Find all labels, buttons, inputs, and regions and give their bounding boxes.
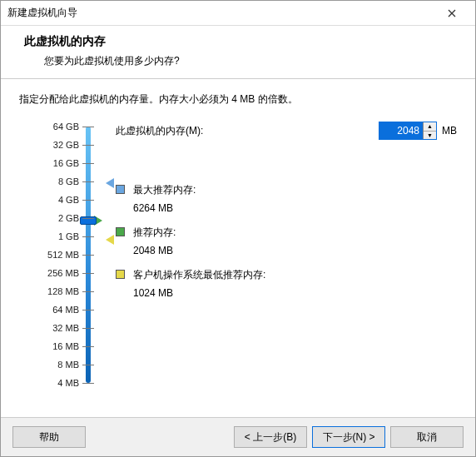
tick-label: 128 MB [47, 286, 79, 296]
tick-label: 64 GB [53, 122, 79, 132]
tick-mark [82, 273, 94, 274]
hint-rec-value: 2048 MB [133, 245, 457, 256]
body-row: 64 GB32 GB16 GB8 GB4 GB2 GB1 GB512 MB256… [19, 122, 457, 410]
tick-label: 16 MB [52, 341, 79, 351]
tick-label: 4 MB [57, 378, 79, 388]
tick-label: 16 GB [53, 158, 79, 168]
wizard-header: 此虚拟机的内存 您要为此虚拟机使用多少内存? [1, 26, 475, 79]
memory-spinner[interactable]: ▲ ▼ [379, 122, 437, 140]
tick-mark [82, 145, 94, 146]
tick-label: 2 GB [58, 213, 79, 223]
hint-min-value: 1024 MB [133, 287, 457, 299]
page-subheading: 您要为此虚拟机使用多少内存? [44, 54, 459, 68]
hint-max-value: 6264 MB [133, 202, 457, 214]
spin-up-button[interactable]: ▲ [424, 122, 436, 132]
hint-max-label: 最大推荐内存: [133, 183, 196, 197]
tick-mark [82, 200, 94, 201]
back-button[interactable]: < 上一步(B) [234, 426, 307, 448]
memory-input-row: 此虚拟机的内存(M): ▲ ▼ MB [116, 122, 457, 140]
tick-mark [82, 346, 94, 347]
tick-label: 32 MB [52, 323, 79, 333]
tick-mark [82, 163, 94, 164]
tick-label: 64 MB [52, 305, 79, 315]
titlebar: 新建虚拟机向导 [1, 1, 475, 26]
memory-spinner-wrap: ▲ ▼ MB [379, 122, 457, 140]
tick-label: 1 GB [58, 231, 79, 241]
instruction-text: 指定分配给此虚拟机的内存量。内存大小必须为 4 MB 的倍数。 [19, 92, 457, 107]
hint-rec-label: 推荐内存: [133, 226, 176, 240]
max-swatch-icon [116, 185, 125, 194]
close-icon [448, 9, 456, 17]
tick-label: 4 GB [58, 195, 79, 205]
page-heading: 此虚拟机的内存 [24, 34, 459, 49]
tick-label: 32 GB [53, 140, 79, 150]
tick-mark [82, 328, 94, 329]
spin-down-button[interactable]: ▼ [424, 132, 436, 140]
tick-label: 8 GB [58, 176, 79, 186]
memory-unit: MB [442, 125, 457, 137]
tick-label: 256 MB [47, 268, 79, 278]
tick-mark [82, 291, 94, 292]
min-marker-icon [106, 235, 114, 245]
memory-label: 此虚拟机的内存(M): [116, 124, 203, 138]
rec-swatch-icon [116, 227, 125, 236]
max-marker-icon [106, 178, 114, 188]
help-button[interactable]: 帮助 [12, 426, 86, 448]
tick-mark [82, 236, 94, 237]
cancel-button[interactable]: 取消 [390, 426, 464, 448]
hint-rec: 推荐内存: [116, 226, 457, 240]
spin-buttons: ▲ ▼ [423, 122, 436, 139]
tick-label: 8 MB [57, 360, 79, 370]
tick-mark [82, 218, 94, 219]
window-title: 新建虚拟机向导 [7, 6, 435, 20]
tick-mark [82, 255, 94, 256]
next-button[interactable]: 下一步(N) > [312, 426, 385, 448]
tick-label: 512 MB [47, 250, 79, 260]
wizard-window: 新建虚拟机向导 此虚拟机的内存 您要为此虚拟机使用多少内存? 指定分配给此虚拟机… [0, 0, 476, 457]
memory-slider[interactable]: 64 GB32 GB16 GB8 GB4 GB2 GB1 GB512 MB256… [19, 122, 102, 388]
info-column: 此虚拟机的内存(M): ▲ ▼ MB [112, 122, 457, 410]
hint-max: 最大推荐内存: [116, 183, 457, 197]
hint-min-label: 客户机操作系统最低推荐内存: [133, 268, 265, 282]
tick-mark [82, 383, 94, 384]
close-button[interactable] [435, 2, 469, 25]
min-swatch-icon [116, 270, 125, 279]
tick-mark [82, 181, 94, 182]
tick-mark [82, 310, 94, 310]
tick-mark [82, 365, 94, 365]
tick-mark [82, 127, 94, 127]
button-bar: 帮助 < 上一步(B) 下一步(N) > 取消 [1, 417, 475, 456]
memory-input[interactable] [379, 122, 423, 139]
content-area: 指定分配给此虚拟机的内存量。内存大小必须为 4 MB 的倍数。 64 GB32 … [1, 79, 475, 417]
hint-min: 客户机操作系统最低推荐内存: [116, 268, 457, 282]
